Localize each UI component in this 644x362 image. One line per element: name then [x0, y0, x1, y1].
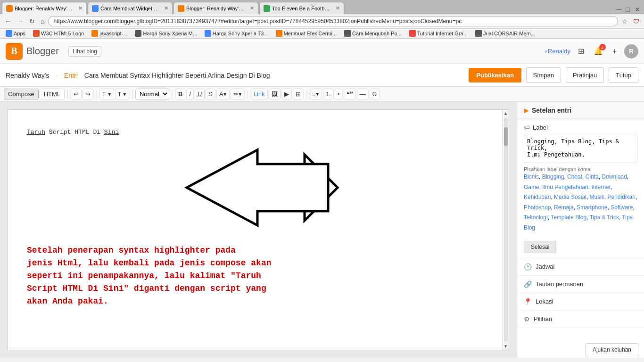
label-link-photoshop[interactable]: Photoshop — [524, 204, 551, 211]
user-link[interactable]: +Renaldy — [544, 48, 570, 55]
antivirus-icon[interactable]: 🛡 — [631, 17, 641, 26]
forward-button[interactable]: → — [15, 16, 25, 26]
section-link[interactable]: Entri — [64, 72, 78, 79]
home-button[interactable]: ⌂ — [39, 16, 46, 26]
back-button[interactable]: ← — [3, 16, 13, 26]
image-button[interactable]: 🖼 — [269, 89, 281, 99]
scroll-track[interactable] — [504, 118, 508, 342]
font-size-button[interactable]: T ▾ — [115, 89, 129, 99]
save-button[interactable]: Simpan — [526, 67, 561, 83]
label-link-bisnis[interactable]: Bisnis — [524, 173, 539, 180]
label-link-cinta[interactable]: Cinta — [586, 173, 599, 180]
highlight-button[interactable]: ✏▾ — [231, 89, 245, 99]
video-button[interactable]: ▶ — [281, 89, 292, 99]
bookmark-cara-mengubah[interactable]: Cara Mengubah Po... — [341, 30, 405, 37]
label-textarea[interactable]: Blogging, Tips Blog, Tips & Trick, Ilmu … — [524, 135, 637, 163]
bookmark-harga-xperia-t3[interactable]: Harga Sony Xperia T3... — [202, 30, 271, 37]
font-color-button[interactable]: A▾ — [216, 89, 230, 99]
post-title-input[interactable] — [83, 70, 464, 81]
scroll-up-arrow[interactable]: ▲ — [503, 110, 509, 117]
tab-1[interactable]: Blogger: Renaldy Way's – E... ✕ — [2, 2, 87, 14]
bookmark-jual-corsair[interactable]: Jual CORSAIR Mem... — [472, 30, 538, 37]
close-button[interactable]: ✕ — [633, 5, 642, 14]
label-link-media[interactable]: Media Sosial — [554, 194, 586, 200]
address-bar[interactable] — [48, 16, 618, 26]
tab-3[interactable]: Blogger: Renaldy Way's – ... ✕ — [173, 2, 258, 14]
notification-button[interactable]: 🔔 2 — [592, 45, 605, 58]
bookmark-membuat-efek[interactable]: Membuat Efek Cermi... — [273, 30, 339, 37]
add-post-button[interactable]: + — [611, 45, 619, 58]
misc-button[interactable]: ⊞ — [293, 89, 304, 99]
strikethrough-button[interactable]: S — [206, 89, 215, 99]
format-select[interactable]: Normal — [135, 89, 169, 99]
arrow-container — [17, 136, 497, 239]
label-link-teknologi[interactable]: Teknologi — [524, 214, 548, 221]
bookmark-star-button[interactable]: ☆ — [620, 17, 629, 26]
undo-button[interactable]: ↩ — [71, 89, 82, 99]
selesai-button[interactable]: Selesai — [524, 241, 556, 253]
label-link-template[interactable]: Template Blog — [551, 214, 586, 221]
redo-button[interactable]: ↪ — [83, 89, 93, 99]
publish-button[interactable]: Publikasikan — [469, 68, 521, 82]
tab-close-1[interactable]: ✕ — [78, 5, 83, 11]
more-button[interactable]: Ω — [370, 89, 380, 99]
label-link-download[interactable]: Download — [602, 173, 627, 180]
toolbar-separator-3 — [132, 90, 132, 99]
label-link-ilmu[interactable]: Ilmu Pengetahuan — [542, 184, 588, 190]
lokasi-section[interactable]: 📍 Lokasi — [517, 293, 644, 311]
html-tab[interactable]: HTML — [40, 89, 65, 99]
label-link-blogging[interactable]: Blogging — [542, 173, 564, 180]
bookmark-javascript[interactable]: javascript-... — [89, 30, 130, 37]
label-link-musik[interactable]: Musik — [589, 194, 604, 200]
quote-button[interactable]: ❝❞ — [344, 89, 356, 99]
unordered-list-button[interactable]: • — [335, 89, 343, 99]
ajukan-button[interactable]: Ajukan keluhan — [586, 343, 638, 356]
preview-button[interactable]: Pratinjau — [566, 67, 604, 83]
editor-scrollbar[interactable]: ▲ ▼ — [502, 110, 509, 350]
bold-button[interactable]: B — [175, 89, 185, 99]
bookmark-apps[interactable]: Apps — [3, 30, 28, 37]
tab-2[interactable]: Cara Membuat Widget Prof... ✕ — [88, 2, 173, 14]
bookmark-tutorial-internet[interactable]: Tutorial Internet Gra... — [406, 30, 471, 37]
font-family-button[interactable]: F ▾ — [99, 89, 114, 99]
label-link-game[interactable]: Game — [524, 184, 539, 190]
tab-favicon-1 — [6, 5, 13, 12]
divider-button[interactable]: — — [357, 89, 369, 99]
lihat-blog-link[interactable]: Lihat blog — [68, 46, 101, 57]
italic-button[interactable]: I — [186, 89, 194, 99]
label-link-smartphone[interactable]: Smartphone — [577, 204, 607, 211]
tab-close-2[interactable]: ✕ — [164, 5, 168, 11]
reload-button[interactable]: ↻ — [27, 16, 37, 26]
compose-tab[interactable]: Compose — [4, 89, 39, 99]
underline-button[interactable]: U — [195, 89, 205, 99]
link-button[interactable]: Link — [251, 89, 268, 99]
bookmark-w3c[interactable]: W3C HTML5 Logo — [30, 30, 87, 37]
label-link-pendidikan[interactable]: Pendidikan — [607, 194, 635, 200]
editor-content[interactable]: ▲ ▼ Taruh Script HTML Di Sini — [8, 109, 509, 350]
label-link-tips-trick[interactable]: Tips & Trick — [590, 214, 619, 221]
close-button[interactable]: Tutup — [609, 67, 638, 83]
label-link-software[interactable]: Software — [611, 204, 633, 211]
minimize-button[interactable]: ─ — [615, 5, 623, 14]
blogger-logo: B Blogger — [6, 43, 59, 60]
label-links: Bisnis, Blogging, Cheat, Cinta, Download… — [524, 172, 637, 233]
jadwal-section[interactable]: 🕐 Jadwal — [517, 258, 644, 276]
tab-4[interactable]: Top Eleven Be a Football M... ✕ — [259, 2, 344, 14]
maximize-button[interactable]: □ — [624, 5, 632, 14]
scroll-thumb[interactable] — [504, 127, 508, 146]
label-link-internet[interactable]: Internet — [591, 184, 611, 190]
bookmark-harga-xperia-m[interactable]: Harga Sony Xperia M... — [132, 30, 199, 37]
pilihan-section[interactable]: ⚙ Pilihan — [517, 311, 644, 328]
align-button[interactable]: ≡▾ — [310, 89, 322, 99]
grid-icon-button[interactable]: ⊞ — [576, 45, 586, 58]
ordered-list-button[interactable]: 1. — [323, 89, 334, 99]
label-link-cheat[interactable]: Cheat — [567, 173, 582, 180]
avatar[interactable]: R — [624, 44, 638, 58]
label-link-kehidupan[interactable]: Kehidupan — [524, 194, 551, 200]
tab-close-3[interactable]: ✕ — [250, 5, 254, 11]
label-link-remaja[interactable]: Remaja — [554, 204, 573, 211]
tab-close-4[interactable]: ✕ — [336, 5, 340, 11]
bookmark-efek-label: Membuat Efek Cermi... — [284, 31, 337, 36]
tautan-section[interactable]: 🔗 Tautan permanen — [517, 276, 644, 293]
scroll-down-arrow[interactable]: ▼ — [503, 343, 509, 350]
